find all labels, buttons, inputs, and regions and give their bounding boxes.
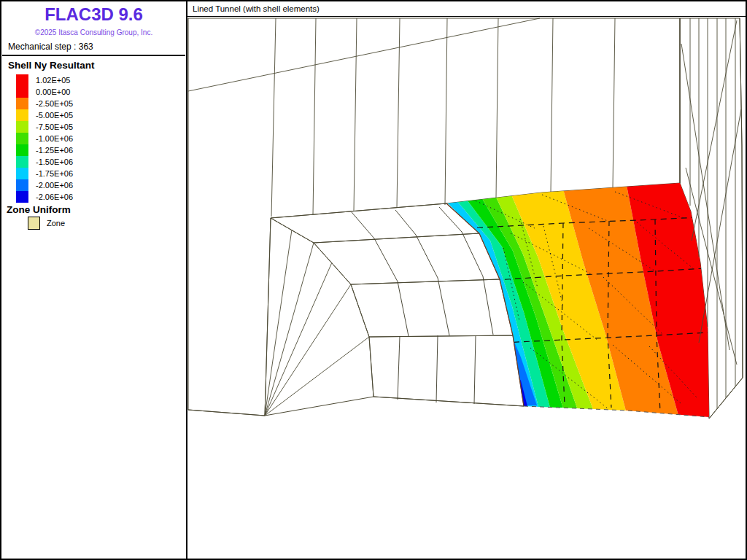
front-face-mesh (188, 18, 615, 217)
legend-row: -1.50E+06 (16, 156, 73, 168)
shell-resultant-section-title: Shell Ny Resultant (8, 60, 95, 71)
legend-color-swatch (16, 144, 28, 156)
legend-color-swatch (16, 191, 28, 203)
legend-color-swatch (16, 156, 28, 168)
legend-row: -2.00E+06 (16, 179, 73, 191)
legend-value-label: -7.50E+05 (36, 122, 73, 131)
legend-value-label: 0.00E+00 (36, 88, 70, 96)
legend-value-label: -2.06E+06 (36, 192, 73, 201)
shell-lining (441, 179, 715, 421)
flac3d-window: FLAC3D 9.6 ©2025 Itasca Consulting Group… (0, 0, 747, 560)
panel-separator (186, 0, 187, 560)
tunnel-lower-band (369, 335, 524, 406)
legend-row: -1.75E+06 (16, 168, 73, 179)
legend-row: 0.00E+00 (16, 86, 73, 98)
tunnel-crown-band (271, 203, 479, 243)
legend-value-label: 1.02E+05 (36, 76, 70, 85)
zone-color-swatch (28, 217, 40, 230)
zone-legend-row: Zone (28, 217, 65, 230)
legend-color-swatch (16, 86, 28, 98)
legend-color-swatch (16, 121, 28, 133)
legend-color-swatch (16, 133, 28, 144)
legend-color-swatch (16, 98, 28, 109)
legend-value-label: -1.25E+06 (36, 146, 73, 155)
legend-row: -2.06E+06 (16, 191, 73, 203)
legend-row: -1.00E+06 (16, 133, 73, 144)
legend-value-label: -1.00E+06 (36, 134, 73, 143)
zone-label: Zone (47, 219, 65, 228)
radial-fan-mesh (265, 218, 374, 416)
copyright-text: ©2025 Itasca Consulting Group, Inc. (1, 28, 186, 36)
legend-panel: FLAC3D 9.6 ©2025 Itasca Consulting Group… (1, 1, 186, 559)
app-title: FLAC3D 9.6 (1, 4, 186, 25)
legend-value-label: -2.50E+05 (36, 99, 73, 108)
legend-value-label: -2.00E+06 (36, 181, 73, 190)
zone-uniform-section-title: Zone Uniform (7, 204, 71, 215)
contour-scale: 1.02E+05 0.00E+00 -2.50E+05 -5.00E+05 -7… (16, 74, 73, 203)
legend-row: -5.00E+05 (16, 109, 73, 121)
legend-color-swatch (16, 168, 28, 179)
tunnel-upper-band (314, 233, 500, 284)
legend-row: -7.50E+05 (16, 121, 73, 133)
legend-value-label: -1.50E+06 (36, 158, 73, 166)
legend-value-label: -1.75E+06 (36, 169, 73, 178)
legend-color-swatch (16, 109, 28, 121)
legend-row: -1.25E+06 (16, 144, 73, 156)
legend-row: 1.02E+05 (16, 74, 73, 86)
legend-divider (2, 55, 185, 56)
legend-color-swatch (16, 74, 28, 86)
mechanical-step-label: Mechanical step : 363 (8, 42, 93, 52)
legend-value-label: -5.00E+05 (36, 111, 73, 120)
legend-color-swatch (16, 179, 28, 191)
legend-row: -2.50E+05 (16, 98, 73, 109)
